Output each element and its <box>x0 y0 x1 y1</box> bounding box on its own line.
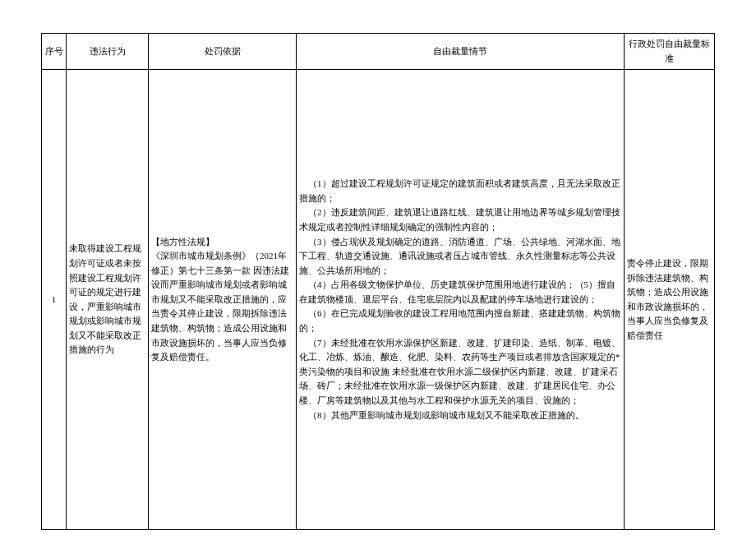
table-row: 1 未取得建设工程规划许可证或者未按照建设工程规划许可证的规定进行建设，严重影响… <box>42 70 715 530</box>
header-standard: 行政处罚自由裁量标准 <box>625 34 715 70</box>
header-seq: 序号 <box>42 34 67 70</box>
header-act: 违法行为 <box>67 34 149 70</box>
cell-act: 未取得建设工程规划许可证或者未按照建设工程规划许可证的规定进行建设，严重影响城市… <box>67 70 149 530</box>
header-basis: 处罚依据 <box>149 34 297 70</box>
cell-circumstance: （1）超过建设工程规划许可证规定的建筑面积或者建筑高度，且无法采取改正措施的； … <box>297 70 625 530</box>
cell-seq: 1 <box>42 70 67 530</box>
header-circumstance: 自由裁量情节 <box>297 34 625 70</box>
cell-basis: 【地方性法规】《深圳市城市规划条例》（2021年修正）第七十三条第一款 因违法建… <box>149 70 297 530</box>
cell-standard: 责令停止建设，限期拆除违法建筑物、构筑物；造成公用设施和市政设施损坏的，当事人应… <box>625 70 715 530</box>
